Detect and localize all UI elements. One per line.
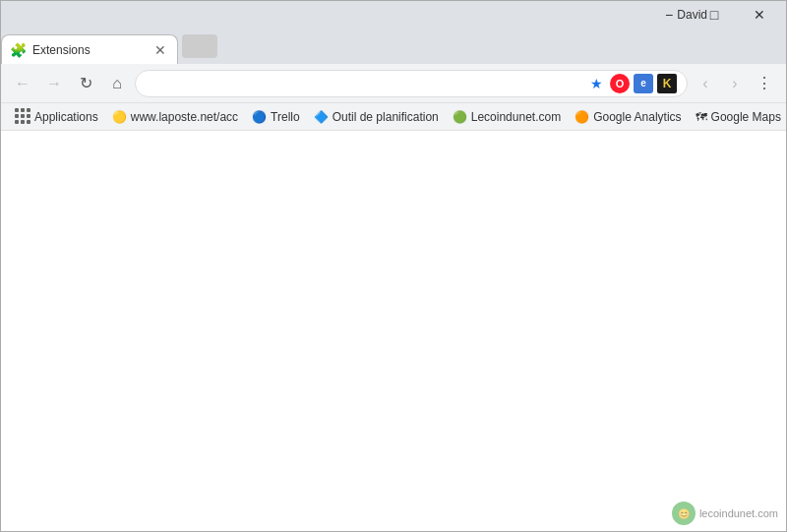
bookmark-analytics[interactable]: 🟠 Google Analytics [569, 106, 687, 128]
applications-label: Applications [34, 110, 98, 124]
bookmarks-bar: Applications 🟡 www.laposte.net/acc 🔵 Tre… [1, 103, 786, 131]
titlebar: David − □ ✕ [1, 1, 786, 29]
tab-extensions-close[interactable]: ✕ [151, 41, 169, 59]
tab-extensions-icon: 🧩 [10, 42, 27, 58]
k-extension-icon: K [657, 74, 677, 93]
forward-button[interactable]: → [40, 70, 68, 97]
opera-icon: O [610, 74, 630, 93]
bookmark-star-icon[interactable]: ★ [586, 74, 606, 93]
address-icons: ★ O e K [586, 74, 677, 93]
window-controls: − □ ✕ [646, 1, 782, 29]
maps-icon: 🗺 [696, 110, 707, 124]
address-bar[interactable]: ★ O e K [135, 70, 688, 97]
trello-label: Trello [271, 110, 300, 124]
bookmark-laposte[interactable]: 🟡 www.laposte.net/acc [106, 106, 244, 128]
bookmark-outil[interactable]: 🔷 Outil de planification [308, 106, 445, 128]
maps-label: Google Maps [711, 110, 781, 124]
navbar: ← → ↻ ⌂ ★ O e K ‹ › ⋮ [1, 64, 786, 103]
outil-label: Outil de planification [333, 110, 439, 124]
tab-extensions[interactable]: 🧩 Extensions ✕ [1, 34, 178, 64]
nav-right: ‹ › ⋮ [692, 70, 778, 97]
nav-extra-btn-1[interactable]: ‹ [692, 70, 719, 97]
home-button[interactable]: ⌂ [103, 70, 131, 97]
reload-button[interactable]: ↻ [72, 70, 99, 97]
close-button[interactable]: ✕ [737, 1, 782, 29]
laposte-label: www.laposte.net/acc [131, 110, 238, 124]
watermark-logo-letter: 😊 [678, 508, 690, 519]
back-button[interactable]: ← [9, 70, 36, 97]
analytics-icon: 🟠 [575, 110, 589, 124]
tab-extensions-title: Extensions [32, 43, 146, 57]
bookmark-maps[interactable]: 🗺 Google Maps [690, 106, 787, 128]
extension-blue-icon: e [634, 74, 653, 93]
trello-icon: 🔵 [252, 110, 267, 124]
apps-grid-icon [15, 108, 31, 125]
watermark: 😊 lecoindunet.com [672, 502, 778, 525]
main-content: 😊 lecoindunet.com [1, 131, 786, 532]
new-tab-placeholder [182, 34, 217, 58]
watermark-logo: 😊 [672, 502, 696, 525]
menu-button[interactable]: ⋮ [751, 70, 778, 97]
tabbar: 🧩 Extensions ✕ [1, 29, 786, 64]
outil-icon: 🔷 [314, 110, 329, 124]
nav-extra-btn-2[interactable]: › [721, 70, 749, 97]
bookmark-trello[interactable]: 🔵 Trello [246, 106, 306, 128]
bookmark-applications[interactable]: Applications [9, 106, 104, 128]
lecoin-label: Lecoindunet.com [471, 110, 561, 124]
lecoin-icon: 🟢 [453, 110, 467, 124]
titlebar-user: David [677, 8, 707, 22]
watermark-text: lecoindunet.com [699, 507, 778, 519]
laposte-icon: 🟡 [112, 110, 127, 124]
address-input[interactable] [146, 76, 580, 90]
bookmark-lecoin[interactable]: 🟢 Lecoindunet.com [447, 106, 567, 128]
analytics-label: Google Analytics [593, 110, 681, 124]
